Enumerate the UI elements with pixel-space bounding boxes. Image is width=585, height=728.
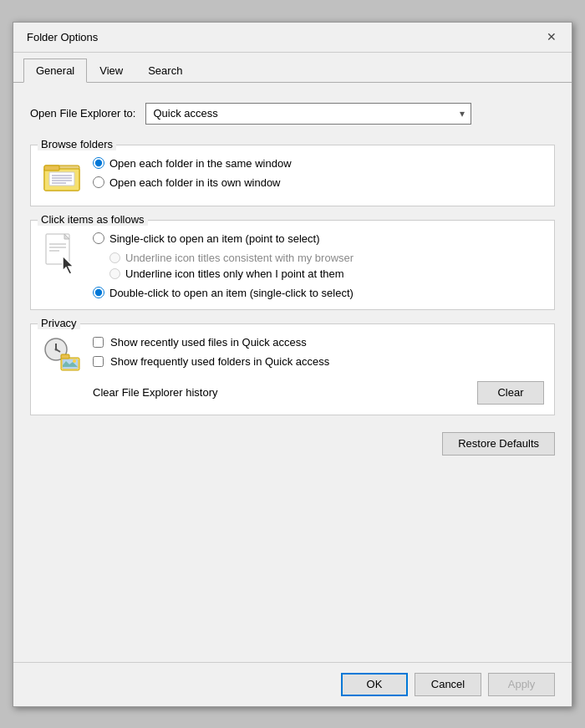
open-explorer-select-wrapper: Quick accessThis PC [145,103,471,125]
privacy-checkboxes: Show recently used files in Quick access… [93,336,544,405]
clear-history-row: Clear File Explorer history Clear [93,381,544,405]
privacy-group: Privacy [30,323,555,415]
svg-rect-2 [44,165,59,171]
radio-single-click-label: Single-click to open an item (point to s… [109,232,319,245]
svg-point-22 [73,359,76,363]
privacy-icon [43,336,81,374]
cancel-button[interactable]: Cancel [415,673,481,696]
sub-radio-point[interactable]: Underline icon titles only when I point … [109,267,544,280]
open-explorer-label: Open File Explorer to: [30,107,135,120]
tab-general[interactable]: General [23,59,87,83]
click-items-radios: Single-click to open an item (point to s… [93,232,544,299]
dialog-title: Folder Options [27,31,98,43]
tab-search[interactable]: Search [135,59,195,83]
click-icon [43,232,81,277]
tab-bar: General View Search [13,53,572,83]
privacy-content: Show recently used files in Quick access… [41,336,544,405]
sub-radio-point-label: Underline icon titles only when I point … [125,267,344,280]
single-click-sub-options: Underline icon titles consistent with my… [109,252,544,280]
restore-defaults-row: Restore Defaults [30,432,555,456]
radio-double-click-label: Double-click to open an item (single-cli… [109,287,354,299]
checkbox-frequent-folders[interactable]: Show frequently used folders in Quick ac… [93,355,544,368]
svg-rect-19 [61,354,69,359]
svg-point-17 [55,348,58,350]
tab-content: Open File Explorer to: Quick accessThis … [13,83,572,662]
browse-folders-radios: Open each folder in the same window Open… [93,157,544,189]
radio-double-click[interactable]: Double-click to open an item (single-cli… [93,287,544,299]
radio-same-window[interactable]: Open each folder in the same window [93,157,544,170]
clear-button[interactable]: Clear [477,381,544,405]
close-button[interactable]: ✕ [542,27,562,47]
click-items-group: Click items as follows [30,220,555,310]
checkbox-recent-files[interactable]: Show recently used files in Quick access [93,336,544,349]
clear-history-label: Clear File Explorer history [93,386,218,399]
checkbox-frequent-folders-label: Show frequently used folders in Quick ac… [110,355,329,368]
title-bar: Folder Options ✕ [13,23,572,53]
open-explorer-select[interactable]: Quick accessThis PC [145,103,471,125]
ok-button[interactable]: OK [341,673,408,696]
click-items-content: Single-click to open an item (point to s… [41,232,544,299]
radio-same-window-label: Open each folder in the same window [109,157,292,170]
browse-folders-icon-area [41,157,83,196]
sub-radio-browser-label: Underline icon titles consistent with my… [125,252,354,264]
checkbox-recent-files-label: Show recently used files in Quick access [110,336,307,349]
radio-single-click[interactable]: Single-click to open an item (point to s… [93,232,544,245]
svg-rect-3 [49,172,74,186]
privacy-label: Privacy [38,317,80,329]
tab-view[interactable]: View [87,59,135,83]
sub-radio-browser[interactable]: Underline icon titles consistent with my… [109,252,544,264]
browse-folders-content: Open each folder in the same window Open… [41,157,544,196]
radio-own-window[interactable]: Open each folder in its own window [93,176,544,189]
apply-button[interactable]: Apply [488,673,555,696]
open-explorer-row: Open File Explorer to: Quick accessThis … [30,96,555,131]
folder-icon [43,157,81,196]
click-items-label: Click items as follows [38,213,148,226]
radio-own-window-label: Open each folder in its own window [109,176,281,189]
click-icon-area [41,232,83,277]
privacy-icon-area [41,336,83,374]
folder-options-dialog: Folder Options ✕ General View Search Ope… [13,22,572,707]
dialog-footer: OK Cancel Apply [13,662,572,706]
restore-defaults-button[interactable]: Restore Defaults [442,432,555,456]
browse-folders-label: Browse folders [38,138,116,150]
browse-folders-group: Browse folders [30,145,555,206]
